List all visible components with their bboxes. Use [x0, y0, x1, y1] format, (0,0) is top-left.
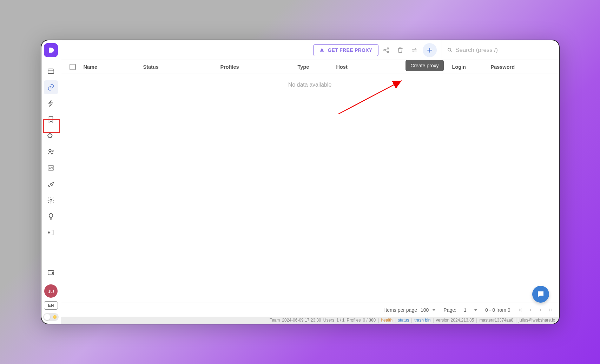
- sidebar-item-wallet[interactable]: [44, 265, 58, 279]
- browser-icon: [47, 67, 55, 75]
- delete-button[interactable]: [394, 44, 407, 56]
- sb-timestamp: 2024-06-09 17:23:30: [282, 318, 321, 323]
- sb-status-link[interactable]: status: [398, 318, 409, 323]
- main-content: GET FREE PROXY Create proxy Name: [61, 40, 559, 324]
- sb-build: master#13374aa8: [479, 318, 513, 323]
- pager-controls: [518, 308, 553, 312]
- app-logo[interactable]: [44, 43, 58, 57]
- search-input[interactable]: [455, 47, 554, 54]
- bookmark-icon: [47, 116, 55, 123]
- sb-users-total: 1: [342, 318, 345, 323]
- col-profiles[interactable]: Profiles: [220, 64, 298, 70]
- sidebar-item-automation[interactable]: [44, 96, 58, 110]
- status-bar: Team 2024-06-09 17:23:30 Users 1 / 1 Pro…: [61, 317, 559, 324]
- svg-point-2: [49, 149, 51, 151]
- svg-text:API: API: [49, 167, 53, 169]
- sb-users-label: Users: [323, 318, 334, 323]
- swap-icon: [411, 47, 418, 54]
- api-icon: API: [47, 164, 55, 172]
- wallet-icon: [47, 269, 55, 276]
- page-value: 1: [460, 307, 470, 313]
- bulb-icon: [47, 213, 55, 220]
- lightning-icon: [47, 100, 55, 107]
- create-proxy-tooltip: Create proxy: [406, 60, 443, 71]
- sb-profiles-used: 0: [363, 318, 365, 323]
- share-button[interactable]: [380, 44, 393, 56]
- chat-icon: [536, 290, 545, 298]
- search-icon: [447, 47, 453, 53]
- gear-icon: [47, 196, 55, 204]
- page-label: Page:: [443, 307, 456, 313]
- svg-point-3: [52, 150, 53, 152]
- sb-users-used: 1: [336, 318, 339, 323]
- sidebar-item-settings[interactable]: [44, 193, 58, 207]
- sb-version: version 2024.213.85: [436, 318, 474, 323]
- language-label: EN: [48, 303, 54, 308]
- share-icon: [383, 47, 390, 54]
- sidebar-item-help[interactable]: [44, 209, 58, 223]
- sb-email: julius@webshare.io: [519, 318, 555, 323]
- col-type[interactable]: Type: [298, 64, 336, 70]
- avatar-initials: JU: [48, 288, 54, 294]
- get-free-proxy-label: GET FREE PROXY: [328, 47, 372, 53]
- col-status[interactable]: Status: [143, 64, 220, 70]
- empty-state: No data available: [61, 74, 559, 303]
- proxy-provider-icon: [319, 47, 325, 53]
- next-page-icon[interactable]: [538, 308, 543, 312]
- col-login[interactable]: Login: [452, 64, 491, 70]
- search-box[interactable]: [442, 40, 554, 60]
- sidebar-item-api[interactable]: API: [44, 161, 58, 175]
- sidebar-item-browsers[interactable]: [44, 64, 58, 78]
- sidebar-item-boost[interactable]: [44, 177, 58, 191]
- sidebar-item-logout[interactable]: [44, 225, 58, 240]
- ipp-value: 100: [421, 307, 429, 313]
- sidebar-item-proxies[interactable]: [44, 80, 58, 94]
- link-icon: [47, 83, 55, 91]
- last-page-icon[interactable]: [548, 308, 553, 312]
- ipp-label: Items per page: [384, 307, 417, 313]
- team-icon: [47, 148, 55, 156]
- select-all-checkbox[interactable]: [70, 64, 76, 70]
- logo-icon: [47, 46, 55, 54]
- svg-point-15: [448, 48, 450, 51]
- sidebar-item-extensions[interactable]: [44, 129, 58, 143]
- create-proxy-button[interactable]: Create proxy: [423, 43, 437, 57]
- theme-toggle[interactable]: [43, 313, 59, 321]
- table-header: Name Status Profiles Type Host Login Pas…: [61, 60, 559, 74]
- trash-icon: [397, 47, 404, 54]
- chevron-down-icon: [432, 309, 436, 311]
- svg-line-11: [385, 48, 387, 49]
- user-avatar[interactable]: JU: [44, 284, 58, 298]
- svg-line-16: [450, 50, 451, 52]
- logout-icon: [47, 229, 55, 236]
- app-window: API JU EN GET FREE PROXY: [41, 40, 560, 324]
- toolbar: GET FREE PROXY Create proxy: [61, 40, 559, 60]
- chevron-down-icon: [474, 309, 477, 311]
- chat-support-button[interactable]: [532, 286, 549, 303]
- pagination-footer: Items per page 100 Page: 1 0 - 0 from 0: [61, 303, 559, 317]
- sb-profiles-total: 300: [369, 318, 376, 323]
- first-page-icon[interactable]: [518, 308, 523, 312]
- sb-team: Team: [270, 318, 280, 323]
- language-switch[interactable]: EN: [44, 301, 58, 310]
- col-name[interactable]: Name: [84, 64, 143, 70]
- sidebar-item-bookmarks[interactable]: [44, 113, 58, 127]
- rocket-icon: [47, 180, 55, 188]
- col-password[interactable]: Password: [491, 64, 559, 70]
- get-free-proxy-button[interactable]: GET FREE PROXY: [313, 44, 378, 56]
- sb-health-link[interactable]: health: [381, 318, 393, 323]
- range-text: 0 - 0 from 0: [485, 307, 510, 313]
- page-selector[interactable]: Page: 1: [443, 307, 477, 313]
- svg-point-6: [50, 199, 52, 201]
- sb-trashbin-link[interactable]: trash bin: [414, 318, 430, 323]
- prev-page-icon[interactable]: [528, 308, 533, 312]
- puzzle-icon: [47, 132, 55, 140]
- plus-icon: [426, 47, 433, 54]
- svg-rect-0: [48, 69, 54, 74]
- sb-profiles-label: Profiles: [347, 318, 361, 323]
- swap-button[interactable]: [408, 44, 421, 56]
- sidebar-item-team[interactable]: [44, 145, 58, 159]
- items-per-page[interactable]: Items per page 100: [384, 307, 436, 313]
- svg-line-12: [385, 50, 387, 51]
- sidebar: API JU EN: [41, 40, 61, 324]
